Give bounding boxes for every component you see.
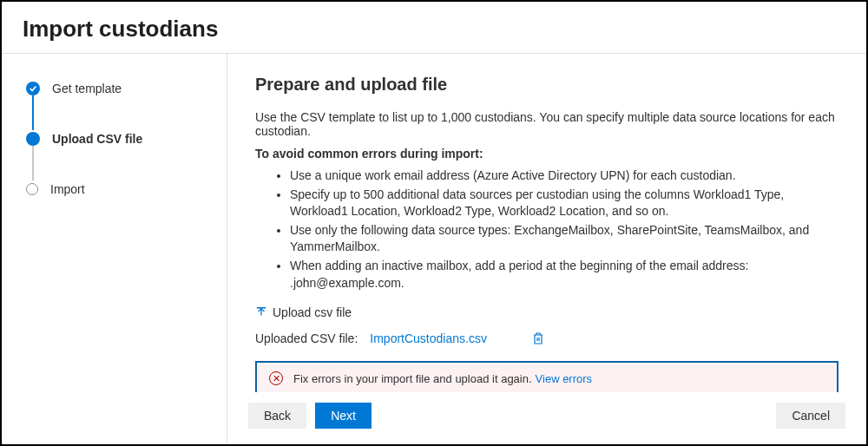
dialog-header: Import custodians: [2, 2, 866, 54]
upload-icon: [255, 306, 267, 318]
error-icon: ✕: [269, 371, 283, 385]
step-connector: [32, 146, 34, 180]
tip-item: Use only the following data source types…: [290, 222, 838, 256]
tip-item: Specify up to 500 additional data source…: [290, 187, 838, 220]
wizard-step-import[interactable]: Import: [26, 179, 209, 200]
back-button[interactable]: Back: [248, 403, 306, 429]
upload-csv-label: Upload csv file: [273, 305, 352, 319]
tips-heading: To avoid common errors during import:: [255, 147, 838, 161]
circle-icon: [26, 183, 38, 195]
dialog-frame: Import custodians Get template Upload CS…: [0, 0, 868, 446]
intro-text: Use the CSV template to list up to 1,000…: [255, 110, 838, 138]
delete-file-button[interactable]: [532, 331, 544, 345]
tip-item: Use a unique work email address (Azure A…: [290, 167, 838, 185]
step-label: Upload CSV file: [52, 132, 142, 146]
next-button[interactable]: Next: [315, 403, 372, 429]
step-connector: [32, 95, 34, 130]
check-icon: [26, 82, 40, 95]
uploaded-filename[interactable]: ImportCustodians.csv: [370, 331, 487, 345]
step-label: Get template: [52, 82, 122, 95]
wizard-step-upload-csv[interactable]: Upload CSV file: [26, 128, 209, 149]
view-errors-link[interactable]: View errors: [536, 372, 593, 385]
upload-csv-button[interactable]: Upload csv file: [255, 305, 352, 319]
step-label: Import: [50, 182, 85, 196]
error-banner: ✕ Fix errors in your import file and upl…: [255, 361, 838, 396]
wizard-steps: Get template Upload CSV file Import: [26, 78, 209, 200]
main-content: Prepare and upload file Use the CSV temp…: [227, 54, 866, 443]
dialog-title: Import custodians: [23, 16, 845, 43]
wizard-steps-sidebar: Get template Upload CSV file Import: [2, 54, 227, 443]
dialog-footer: Back Next Cancel: [227, 392, 866, 443]
error-message: Fix errors in your import file and uploa…: [293, 372, 532, 385]
wizard-step-get-template[interactable]: Get template: [26, 78, 209, 99]
uploaded-label: Uploaded CSV file:: [255, 331, 358, 345]
dialog-body: Get template Upload CSV file Import Prep…: [2, 54, 866, 443]
cancel-button[interactable]: Cancel: [776, 403, 845, 429]
tips-list: Use a unique work email address (Azure A…: [255, 167, 838, 292]
section-heading: Prepare and upload file: [255, 75, 838, 95]
dot-icon: [26, 132, 40, 146]
tip-item: When adding an inactive mailbox, add a p…: [290, 258, 838, 292]
trash-icon: [532, 331, 544, 345]
uploaded-file-row: Uploaded CSV file: ImportCustodians.csv: [255, 331, 838, 345]
